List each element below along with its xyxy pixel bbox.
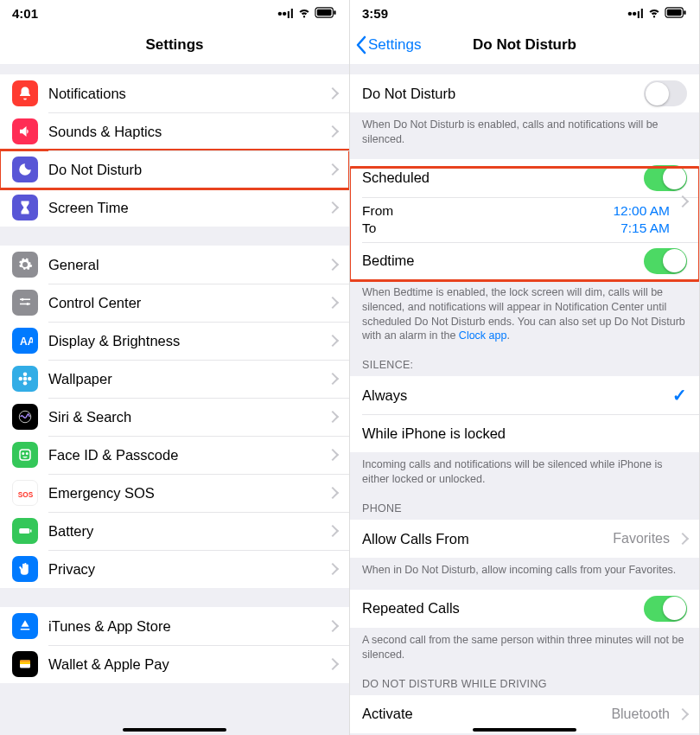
hand-icon xyxy=(12,556,38,582)
row-sounds-haptics[interactable]: Sounds & Haptics xyxy=(0,112,349,150)
row-siri-search[interactable]: Siri & Search xyxy=(0,398,349,436)
repeated-calls-row[interactable]: Repeated Calls xyxy=(350,590,699,628)
row-label: Wallet & Apple Pay xyxy=(48,656,325,673)
chevron-icon xyxy=(327,373,339,385)
svg-point-10 xyxy=(23,381,28,386)
svg-point-15 xyxy=(22,453,24,455)
svg-point-8 xyxy=(23,377,28,381)
checkmark-icon: ✓ xyxy=(672,385,687,406)
row-control-center[interactable]: Control Center xyxy=(0,284,349,322)
bedtime-footer: When Bedtime is enabled, the lock screen… xyxy=(350,280,699,348)
bedtime-row[interactable]: Bedtime xyxy=(350,242,699,280)
allow-calls-value: Favorites xyxy=(613,531,670,546)
dnd-content[interactable]: Do Not Disturb When Do Not Disturb is en… xyxy=(350,64,699,735)
row-label: iTunes & App Store xyxy=(48,618,325,635)
chevron-icon xyxy=(327,297,339,309)
row-emergency-sos[interactable]: SOSEmergency SOS xyxy=(0,474,349,512)
chevron-icon xyxy=(677,195,689,208)
svg-rect-24 xyxy=(667,9,682,15)
battery-icon xyxy=(665,6,687,21)
wallet-icon xyxy=(12,651,38,677)
svg-rect-2 xyxy=(334,10,335,15)
svg-text:SOS: SOS xyxy=(18,491,33,499)
chevron-icon xyxy=(327,487,339,499)
text-icon: AA xyxy=(12,328,38,354)
bell-icon xyxy=(12,80,38,106)
svg-point-12 xyxy=(28,377,32,381)
row-do-not-disturb[interactable]: Do Not Disturb xyxy=(0,150,349,189)
dnd-toggle[interactable] xyxy=(644,80,687,106)
status-icons: ••ıl xyxy=(627,5,687,22)
chevron-icon xyxy=(677,708,689,720)
svg-rect-21 xyxy=(20,661,30,662)
home-indicator[interactable] xyxy=(473,728,576,732)
sliders-icon xyxy=(12,290,38,316)
row-battery[interactable]: Battery xyxy=(0,512,349,550)
nav-bar: Settings Do Not Disturb xyxy=(350,26,699,64)
row-display-brightness[interactable]: AADisplay & Brightness xyxy=(0,322,349,360)
chevron-icon xyxy=(327,87,339,99)
row-label: Emergency SOS xyxy=(48,485,325,502)
flower-icon xyxy=(12,366,38,392)
row-notifications[interactable]: Notifications xyxy=(0,74,349,112)
svg-point-11 xyxy=(19,377,23,381)
sos-icon: SOS xyxy=(12,480,38,506)
silence-always-label: Always xyxy=(362,387,672,404)
silence-locked-row[interactable]: While iPhone is locked xyxy=(350,414,699,452)
row-general[interactable]: General xyxy=(0,246,349,284)
bedtime-label: Bedtime xyxy=(362,252,644,269)
page-title: Settings xyxy=(145,36,203,54)
svg-rect-4 xyxy=(20,299,30,301)
row-itunes[interactable]: iTunes & App Store xyxy=(0,607,349,645)
row-label: Sounds & Haptics xyxy=(48,124,325,140)
fromto-row[interactable]: From To 12:00 AM 7:15 AM xyxy=(350,197,699,242)
row-label: Do Not Disturb xyxy=(48,162,325,178)
clock-app-link[interactable]: Clock app xyxy=(459,329,507,342)
row-face-id[interactable]: Face ID & Passcode xyxy=(0,436,349,474)
scheduled-toggle[interactable] xyxy=(644,165,687,191)
appstore-icon xyxy=(12,613,38,639)
row-screen-time[interactable]: Screen Time xyxy=(0,189,349,227)
chevron-icon xyxy=(327,563,339,575)
chevron-icon xyxy=(327,411,339,423)
scheduled-label: Scheduled xyxy=(362,169,644,186)
settings-list[interactable]: NotificationsSounds & HapticsDo Not Dist… xyxy=(0,64,349,735)
dnd-footer: When Do Not Disturb is enabled, calls an… xyxy=(350,112,699,150)
bedtime-toggle[interactable] xyxy=(644,248,687,274)
row-label: Display & Brightness xyxy=(48,333,325,349)
chevron-icon xyxy=(327,525,339,537)
dnd-label: Do Not Disturb xyxy=(362,86,644,102)
row-wallet[interactable]: Wallet & Apple Pay xyxy=(0,645,349,683)
allow-calls-row[interactable]: Allow Calls From Favorites xyxy=(350,520,699,558)
chevron-icon xyxy=(327,620,339,632)
status-bar: 3:59 ••ıl xyxy=(350,0,699,26)
chevron-icon xyxy=(327,201,339,214)
svg-rect-1 xyxy=(317,9,332,15)
battery-icon xyxy=(315,6,337,21)
phone-header: PHONE xyxy=(350,490,699,520)
silence-always-row[interactable]: Always ✓ xyxy=(350,376,699,414)
to-value: 7:15 AM xyxy=(620,220,670,236)
silence-locked-label: While iPhone is locked xyxy=(362,425,687,442)
wifi-icon xyxy=(297,5,311,22)
svg-rect-22 xyxy=(20,662,30,664)
settings-screen: 4:01 ••ıl Settings NotificationsSounds &… xyxy=(0,0,350,735)
to-label: To xyxy=(362,220,393,236)
repeated-toggle[interactable] xyxy=(644,596,687,622)
row-wallpaper[interactable]: Wallpaper xyxy=(0,360,349,398)
repeated-footer: A second call from the same person withi… xyxy=(350,628,699,666)
svg-point-16 xyxy=(27,453,29,455)
back-label: Settings xyxy=(368,36,421,54)
dnd-toggle-row[interactable]: Do Not Disturb xyxy=(350,74,699,112)
row-label: Control Center xyxy=(48,295,325,311)
row-label: Screen Time xyxy=(48,200,325,216)
scheduled-row[interactable]: Scheduled xyxy=(350,159,699,197)
back-button[interactable]: Settings xyxy=(355,26,421,63)
home-indicator[interactable] xyxy=(123,728,226,732)
signal-icon: ••ıl xyxy=(627,6,644,21)
allow-calls-label: Allow Calls From xyxy=(362,531,613,547)
row-privacy[interactable]: Privacy xyxy=(0,550,349,588)
from-value: 12:00 AM xyxy=(614,203,671,219)
svg-rect-25 xyxy=(684,10,685,15)
gear-icon xyxy=(12,252,38,278)
